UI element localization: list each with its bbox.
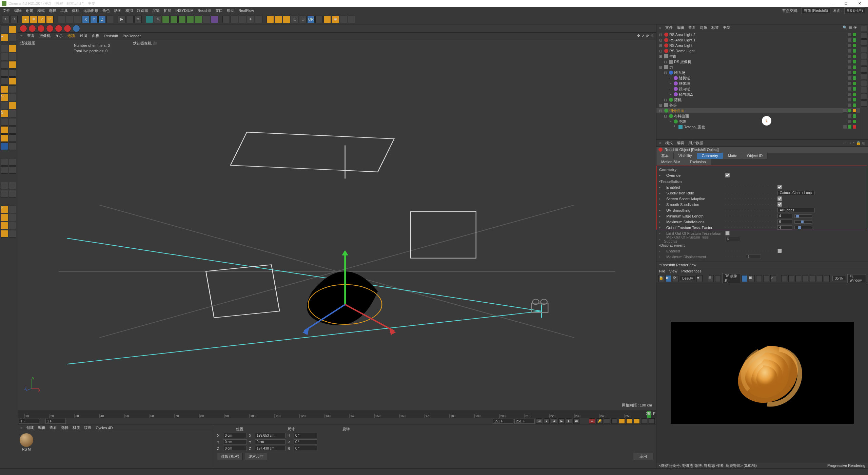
tool-button[interactable] xyxy=(9,94,16,101)
tool-button[interactable] xyxy=(9,190,16,197)
object-tags[interactable] xyxy=(848,114,859,118)
eye-icon[interactable]: 👁 xyxy=(853,25,857,30)
tool-button[interactable] xyxy=(9,222,16,229)
back-icon[interactable]: ← xyxy=(843,141,847,145)
menu-select[interactable]: 选择 xyxy=(49,8,56,13)
object-tags[interactable] xyxy=(843,109,859,113)
render-button[interactable]: ⊞ xyxy=(708,275,714,282)
filter-button[interactable] xyxy=(1,158,8,166)
subdiv-rule-dropdown[interactable]: Catmull-Clark + Loop xyxy=(777,191,815,195)
object-row[interactable]: ⊟细分曲面 xyxy=(656,108,860,113)
play-button[interactable]: ▶ xyxy=(558,418,565,424)
menu-realflow[interactable]: RealFlow xyxy=(238,8,254,13)
up-icon[interactable]: ↑ xyxy=(853,141,855,145)
render-button[interactable] xyxy=(763,275,769,282)
tool-button[interactable]: S xyxy=(1,110,8,117)
vp-menu-display[interactable]: 显示 xyxy=(55,33,63,38)
tess-enabled-checkbox[interactable] xyxy=(777,185,782,189)
object-mode-button[interactable] xyxy=(9,26,16,33)
menu-mograph[interactable]: 运动图形 xyxy=(83,8,98,13)
mat-menu-select[interactable]: 选择 xyxy=(61,425,68,430)
render-menu-view[interactable]: View xyxy=(669,269,677,273)
environment-button[interactable] xyxy=(178,16,186,23)
object-tags[interactable] xyxy=(848,43,859,48)
render-region-button[interactable] xyxy=(126,16,134,23)
menu-help[interactable]: 帮助 xyxy=(227,8,234,13)
tool-button[interactable] xyxy=(9,142,16,150)
object-tags[interactable] xyxy=(848,81,859,86)
filter-icon[interactable]: ☰ xyxy=(849,25,852,30)
tool-button[interactable] xyxy=(1,214,8,221)
record-button[interactable]: ● xyxy=(589,418,595,424)
live-select-button[interactable]: ● xyxy=(22,16,29,23)
key-button[interactable] xyxy=(626,418,632,424)
render-menu-file[interactable]: File xyxy=(659,269,665,273)
layout-dropdown[interactable]: RS (用户) xyxy=(844,7,865,14)
camera-button[interactable] xyxy=(186,16,194,23)
tool-button[interactable]: ○ xyxy=(1,206,8,213)
render-viewport[interactable] xyxy=(656,283,868,463)
side-button[interactable] xyxy=(861,73,867,79)
tool-button[interactable] xyxy=(283,16,290,23)
menu-insydium[interactable]: INSYDIUM xyxy=(175,8,194,13)
play-back-button[interactable]: ◀ xyxy=(551,418,557,424)
object-tags[interactable] xyxy=(848,49,859,53)
apply-button[interactable]: 应用 xyxy=(633,453,653,460)
tool-button[interactable] xyxy=(1,102,8,109)
uv-smoothing-dropdown[interactable]: All Edges xyxy=(777,208,815,212)
tool-button[interactable] xyxy=(1,166,8,174)
rot-h-input[interactable]: 0 ° xyxy=(294,433,317,438)
vp-nav-icon[interactable]: ⊞ xyxy=(650,34,653,38)
side-button[interactable] xyxy=(861,39,867,45)
tool-button[interactable]: ⊟ xyxy=(299,16,307,23)
tool-button[interactable] xyxy=(1,69,8,77)
menu-redshift[interactable]: Redshift xyxy=(198,8,211,13)
tool-button[interactable] xyxy=(9,77,16,85)
object-tags[interactable] xyxy=(848,76,859,80)
render-button[interactable] xyxy=(803,275,808,282)
vp-menu-prorender[interactable]: ProRender xyxy=(123,34,141,38)
menu-tracker[interactable]: 跟踪器 xyxy=(137,8,148,13)
tool-button[interactable] xyxy=(1,134,8,142)
goto-start-button[interactable]: ⏮ xyxy=(536,418,542,424)
render-button[interactable] xyxy=(788,275,794,282)
render-button[interactable] xyxy=(795,275,801,282)
tab-geometry[interactable]: Geometry xyxy=(697,153,723,159)
tool-button[interactable] xyxy=(9,134,16,142)
lock-icon[interactable]: 🔒 xyxy=(856,141,861,145)
end-frame-input[interactable] xyxy=(493,419,513,424)
side-button[interactable] xyxy=(861,60,867,66)
tool-button[interactable] xyxy=(348,16,355,23)
menu-character[interactable]: 角色 xyxy=(102,8,110,13)
side-button[interactable] xyxy=(861,26,867,32)
side-button[interactable] xyxy=(861,66,867,73)
render-pass-dropdown[interactable]: Beauty xyxy=(680,276,695,281)
render-button[interactable] xyxy=(810,275,815,282)
menu-file[interactable]: 文件 xyxy=(3,8,10,13)
object-row[interactable]: ⊟随机 xyxy=(656,97,860,102)
snap-button[interactable]: S xyxy=(1,94,8,101)
render-camera-dropdown[interactable]: RS 摄像机 xyxy=(722,273,740,284)
size-y-input[interactable]: 0 cm xyxy=(255,439,285,444)
side-button[interactable] xyxy=(861,46,867,52)
menu-volume[interactable]: 体积 xyxy=(72,8,79,13)
tool-button[interactable] xyxy=(74,16,81,23)
pos-x-input[interactable]: 0 cm xyxy=(223,433,247,438)
object-row[interactable]: ⊟域力场 xyxy=(656,70,860,75)
max-sub-input[interactable]: 6 xyxy=(777,220,792,224)
light-button[interactable] xyxy=(195,16,202,23)
object-row[interactable]: ⊟RS Dome Light xyxy=(656,48,860,54)
vp-menu-view[interactable]: 查看 xyxy=(27,33,35,38)
object-row[interactable]: └径向域 xyxy=(656,86,860,92)
render-button[interactable] xyxy=(817,275,823,282)
tool-button[interactable] xyxy=(1,118,8,126)
nodespace-dropdown[interactable]: 当前 (Redshift) xyxy=(801,7,831,14)
tool-button[interactable] xyxy=(1,182,8,189)
smooth-checkbox[interactable] xyxy=(777,202,782,207)
tool-button[interactable] xyxy=(255,16,262,23)
side-button[interactable] xyxy=(861,100,867,107)
side-button[interactable] xyxy=(861,53,867,59)
mat-menu-texture[interactable]: 纹理 xyxy=(84,425,92,430)
menu-animate[interactable]: 动画 xyxy=(114,8,121,13)
z-axis-button[interactable]: Z xyxy=(98,16,106,23)
